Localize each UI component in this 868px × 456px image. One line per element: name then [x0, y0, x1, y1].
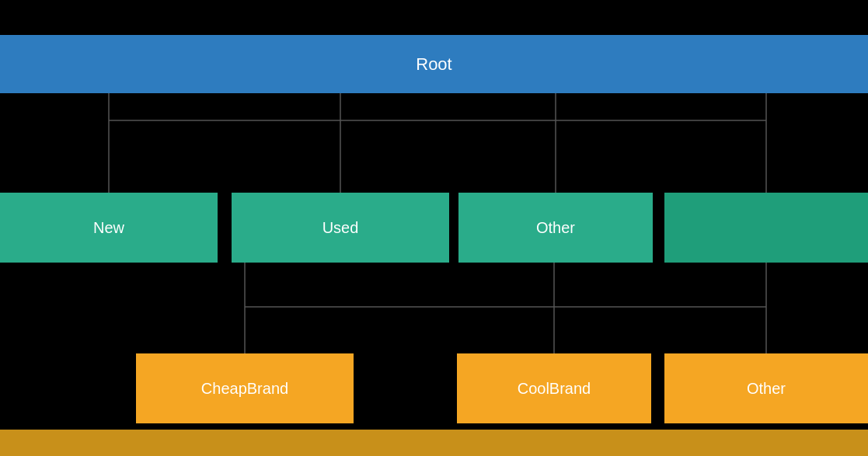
node-teal-right: [664, 193, 868, 263]
node-other-level3: Other: [664, 353, 868, 423]
new-label: New: [93, 219, 124, 237]
node-root: Root: [0, 35, 868, 93]
gold-bar: [0, 430, 868, 456]
used-label: Used: [322, 219, 359, 237]
cheapbrand-label: CheapBrand: [201, 380, 288, 398]
other-level3-label: Other: [747, 380, 786, 398]
node-cheapbrand: CheapBrand: [136, 353, 354, 423]
node-used: Used: [232, 193, 449, 263]
node-new: New: [0, 193, 218, 263]
other-level2-label: Other: [536, 219, 575, 237]
node-coolbrand: CoolBrand: [457, 353, 651, 423]
coolbrand-label: CoolBrand: [518, 380, 591, 398]
node-other-level2: Other: [458, 193, 653, 263]
tree-container: Root New Used Other CheapBrand CoolBrand…: [0, 0, 868, 456]
root-label: Root: [416, 54, 451, 75]
